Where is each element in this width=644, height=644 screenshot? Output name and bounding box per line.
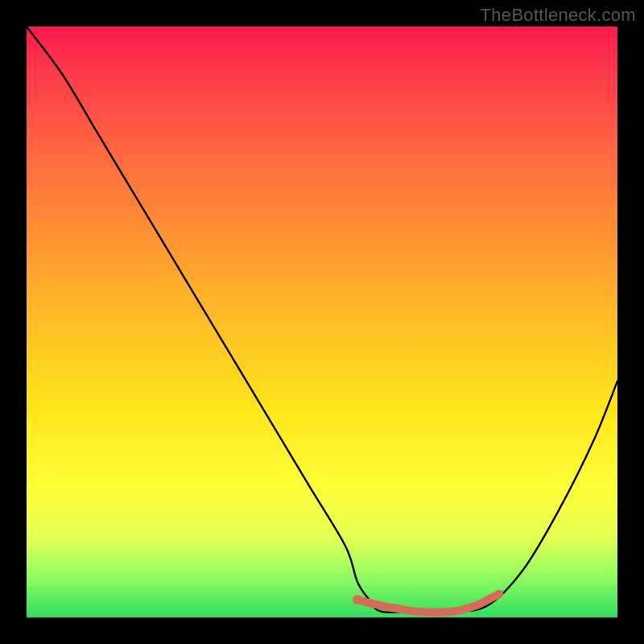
marker-dot: [353, 595, 362, 605]
bottleneck-curve: [27, 27, 617, 613]
curve-svg: [27, 27, 617, 617]
plot-area: [27, 27, 617, 617]
watermark-text: TheBottleneck.com: [481, 5, 636, 26]
chart-frame: TheBottleneck.com: [0, 0, 644, 644]
